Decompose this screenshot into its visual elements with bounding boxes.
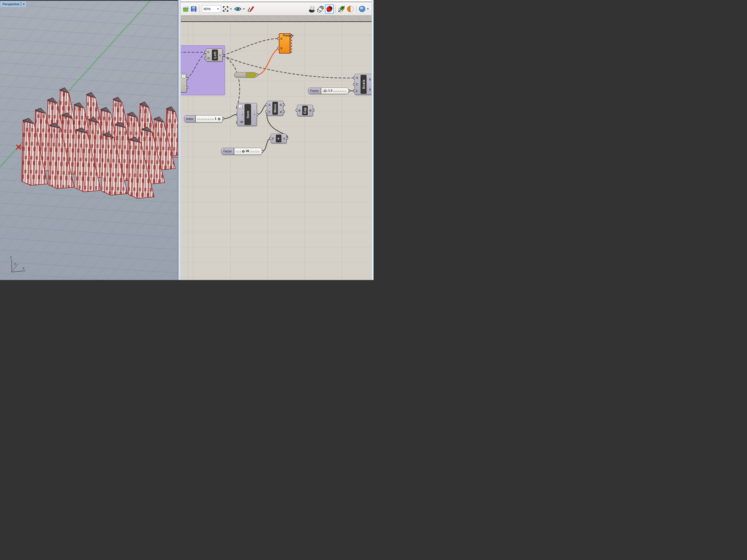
item-input-i-label: i [240,113,243,116]
save-file-icon [190,6,197,12]
move-component[interactable]: G T Move G X [267,101,283,116]
preview-eye-icon [234,6,241,12]
preview-off-gem-icon [308,5,315,13]
halfshade-sphere-icon [347,5,354,13]
item-component[interactable]: ↓ L i W Item i [237,103,257,126]
pencil-sketch-icon [247,5,254,13]
toolbar-separator [335,5,336,13]
viewport-title-tab[interactable]: Perspective ▼ [0,1,26,7]
chevron-down-icon[interactable]: ▼ [230,8,232,10]
document-preview-button[interactable] [359,4,365,14]
sketch-tool-button[interactable] [247,4,254,14]
scale-factor-slider-knob[interactable] [324,89,327,92]
selected-only-gem-icon [338,5,345,13]
preview-input-g-label: G [280,37,283,40]
window-divider[interactable] [178,0,181,280]
gh-window-frame-right [371,0,374,280]
open-file-button[interactable] [182,4,189,14]
gh-canvas-top-hatch [181,16,371,21]
item-label: Item [244,104,251,125]
document-preview-gem-icon [359,5,365,12]
wire-dashed [187,53,205,79]
viewport-3d-render [0,0,178,280]
halfshade-preview-button[interactable] [347,4,354,14]
preview-component[interactable]: G S Preview [279,33,292,54]
preview-selected-only-button[interactable] [338,4,345,14]
loft-input-c-label: C [207,51,211,54]
toolbar-separator [199,5,200,13]
svg-text:x: x [225,8,226,10]
up-arrow-icon: ↑ [182,74,185,78]
scale-output-g-label: G [369,78,371,81]
swatch-color-chip[interactable] [246,72,256,78]
gh-window-frame-top [181,0,371,2]
preview-visibility-button[interactable] [234,4,241,14]
move-output-x-label: X [280,110,282,113]
wire-dashed [223,38,278,55]
scale-factor-slider[interactable]: Factor 1.3 [308,88,349,94]
axis-gizmo: z y x [7,254,30,276]
swatch-component[interactable]: Swatch [234,72,257,78]
rotate-factor-slider-value: 36 [245,149,250,153]
chevron-down-icon: ▼ [217,8,219,10]
down-arrow-icon[interactable]: ↓ [238,104,242,108]
scale-input-c-label: C [356,83,359,86]
multiply-input-f-label: F [272,137,275,140]
axis-y-label: y [14,262,16,266]
item-input-w-label: W [240,121,243,124]
screen: Perspective ▼ z y x [0,0,374,280]
cap-input-b-label: B [299,109,302,112]
cap-component[interactable]: B Cap B [297,105,313,116]
gh-canvas[interactable]: ↑ C O Loft L G S [181,22,371,280]
chevron-down-icon[interactable]: ▼ [23,3,25,5]
open-file-icon [182,6,189,12]
loft-input-o-label: O [207,57,211,60]
scale-factor-slider-track[interactable]: 1.3 [321,88,349,94]
preview-shaded-button-selected[interactable] [325,4,334,14]
wire [257,105,266,114]
loft-output-l-label: L [220,54,221,56]
index-slider[interactable]: Index 1 [184,115,223,123]
index-slider-track[interactable]: 1 [196,115,222,122]
item-output-i-label: i [254,113,255,116]
toolbar-separator [356,5,356,13]
axis-x-label: x [22,266,24,270]
chevron-down-icon[interactable]: ▼ [367,8,369,10]
zoom-extents-button[interactable]: x [223,4,229,14]
wire [223,114,237,119]
multiply-component[interactable]: F × V [271,134,287,143]
rotate-factor-slider-track[interactable]: 36 [234,148,262,155]
rotate-factor-slider[interactable]: Factor 36 [221,148,262,155]
zoom-extents-icon: x [223,6,229,12]
gh-toolbar: 80% ▼ x ▼ ▼ [181,2,371,16]
scale-input-f-label: F [356,89,359,92]
scale-input-g-label: G [356,76,359,79]
chevron-down-icon[interactable]: ▼ [243,8,245,10]
index-slider-knob[interactable] [217,117,221,120]
zoom-level-value: 80% [204,7,211,11]
scale-factor-slider-label: Factor [308,88,321,94]
scale-component[interactable]: G C F Scale G X [355,74,371,95]
preview-zigzag-edge [290,33,292,54]
save-file-button[interactable] [190,4,197,14]
cap-output-b-label: B [310,109,311,112]
multiply-output-v-label: V [283,137,285,140]
preview-wireframe-button[interactable] [317,4,324,14]
move-label: Move [273,102,278,115]
move-output-g-label: G [280,103,282,106]
loft-component[interactable]: C O Loft L [206,49,223,61]
scale-output-x-label: X [369,88,371,91]
multiply-label: × [276,135,281,142]
preview-shaded-gem-icon [326,5,333,13]
loft-label: Loft [212,50,218,60]
rhino-viewport[interactable]: Perspective ▼ z y x [0,0,178,280]
zoom-level-dropdown[interactable]: 80% ▼ [202,5,221,13]
tab-divider [21,2,21,6]
preview-off-button[interactable] [308,4,315,14]
wire-orange [257,48,278,75]
slider-ticks [197,118,216,120]
viewport-title: Perspective [2,2,20,6]
index-slider-value: 1 [214,117,217,121]
upstream-param-component[interactable]: ↑ [181,73,187,92]
wire-dashed [223,56,239,107]
